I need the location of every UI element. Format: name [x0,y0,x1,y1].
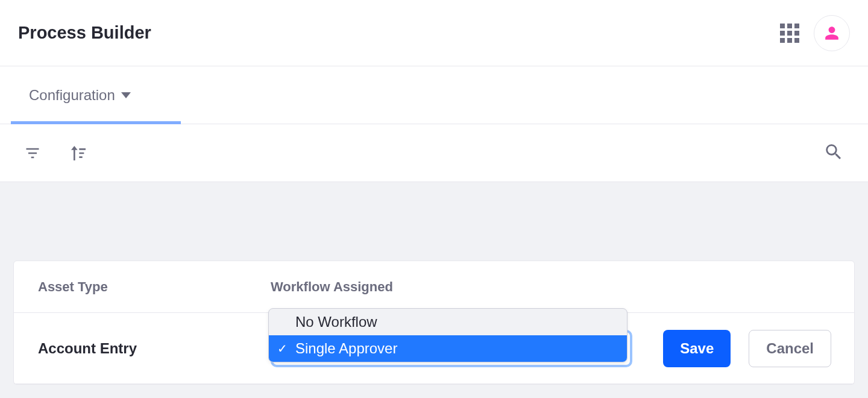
column-asset-type: Asset Type [38,279,271,295]
toolbar-right [823,142,844,165]
toolbar-left [24,144,88,163]
asset-name: Account Entry [38,340,271,357]
apps-icon[interactable] [780,24,799,43]
top-header: Process Builder [0,0,868,66]
dropdown-option-no-workflow[interactable]: No Workflow [269,309,627,335]
header-actions [780,15,850,51]
table-header: Asset Type Workflow Assigned [14,261,854,313]
tab-configuration[interactable]: Configuration [29,87,131,104]
column-workflow-assigned: Workflow Assigned [271,279,631,295]
row-actions: Save Cancel [632,330,831,367]
user-icon [824,25,840,41]
dropdown-option-single-approver[interactable]: Single Approver [269,335,627,362]
cancel-button[interactable]: Cancel [749,330,831,367]
filter-icon[interactable] [24,145,41,162]
table-row: Account Entry Save Cancel No Workflow Si… [14,313,854,384]
tabs-bar: Configuration [0,66,868,124]
panel: Asset Type Workflow Assigned Account Ent… [13,261,855,385]
save-button[interactable]: Save [663,330,731,367]
toolbar [0,124,868,182]
sort-icon[interactable] [69,144,88,163]
avatar[interactable] [814,15,850,51]
tab-underline [11,121,181,124]
content-area: Asset Type Workflow Assigned Account Ent… [0,182,868,398]
workflow-dropdown: No Workflow Single Approver [268,308,627,362]
tab-label: Configuration [29,87,115,104]
page-title: Process Builder [18,23,151,43]
search-icon[interactable] [823,142,844,162]
chevron-down-icon [121,92,131,98]
